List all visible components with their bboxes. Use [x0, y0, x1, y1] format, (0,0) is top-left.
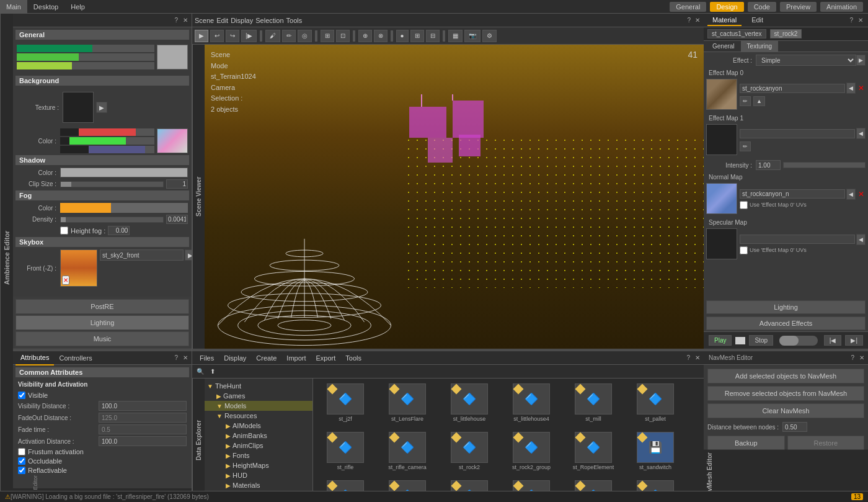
mat-help-btn[interactable]: ?: [848, 17, 854, 24]
menu-desktop[interactable]: Desktop: [27, 0, 64, 14]
tree-models[interactable]: ▼ Models: [205, 401, 312, 411]
scene-help-btn[interactable]: ?: [686, 17, 692, 24]
data-menu-tools[interactable]: Tools: [340, 351, 366, 365]
asset-rifle[interactable]: 🔷 st_rifle: [318, 429, 373, 473]
tool-grid[interactable]: ⊞: [410, 30, 424, 42]
specular-uv-checkbox[interactable]: [740, 246, 748, 254]
tab-preview[interactable]: Preview: [780, 2, 817, 12]
fog-density-value[interactable]: [166, 215, 188, 224]
asset-rock2-group[interactable]: 🔷 st_rock2_group: [504, 429, 559, 473]
menu-help[interactable]: Help: [64, 0, 91, 14]
shadow-clip-slider[interactable]: [60, 179, 188, 189]
normal-map-delete[interactable]: ✕: [857, 190, 866, 199]
tree-materials[interactable]: ▶ Materials: [205, 480, 312, 490]
effect-map0-arrow[interactable]: ◀: [846, 83, 856, 94]
navmesh-help-btn[interactable]: ?: [849, 354, 856, 361]
ambience-close-btn[interactable]: ✕: [182, 17, 189, 24]
mat-tab-material[interactable]: Material: [707, 15, 742, 26]
scene-canvas[interactable]: Scene Mode st_Terrain1024 Camera Selecti…: [205, 45, 704, 349]
music-btn[interactable]: Music: [16, 331, 189, 346]
specular-map-arrow[interactable]: ◀: [856, 234, 866, 245]
tool-cam[interactable]: 📷: [464, 30, 480, 42]
bg-texture-arrow[interactable]: ▶: [96, 102, 107, 113]
tab-design[interactable]: Design: [710, 2, 743, 12]
asset-lensflare[interactable]: 🔷 st_LensFlare: [380, 381, 435, 424]
asset-rifle-camera[interactable]: 🔷 st_rifle_camera: [380, 429, 435, 473]
effect-arrow[interactable]: ▶: [856, 55, 866, 66]
tool-sphere[interactable]: ●: [396, 30, 409, 42]
asset-rock2[interactable]: 🔷 st_rock2: [442, 429, 497, 473]
tree-games[interactable]: ▶ Games: [205, 391, 312, 401]
effect-map0-name[interactable]: [740, 84, 845, 93]
advanced-effects-btn[interactable]: Advanced Effects: [706, 316, 866, 330]
tab-general[interactable]: General: [670, 2, 706, 12]
tab-animation[interactable]: Animation: [820, 2, 863, 12]
tool-render[interactable]: ▦: [448, 30, 463, 42]
tree-heightmaps[interactable]: ▶ HeightMaps: [205, 460, 312, 470]
tool-undo[interactable]: ↩: [210, 30, 224, 42]
menu-main[interactable]: Main: [0, 0, 27, 14]
tool-ungroup[interactable]: ⊗: [374, 30, 388, 42]
attr-close-btn[interactable]: ✕: [182, 354, 189, 361]
effect-select[interactable]: Simple: [756, 55, 856, 66]
tree-animclips[interactable]: ▶ AnimClips: [205, 441, 312, 450]
act-distance-input[interactable]: [99, 436, 187, 446]
navmesh-clear-btn[interactable]: Clear NavMesh: [707, 403, 864, 418]
data-menu-import[interactable]: Import: [281, 351, 311, 365]
tab-controllers[interactable]: Controllers: [54, 351, 97, 365]
tool-snap[interactable]: ⊞: [321, 30, 334, 42]
reflectable-checkbox[interactable]: [18, 467, 25, 474]
postre-btn[interactable]: PostRE: [16, 299, 189, 314]
effect-map0-settings-btn[interactable]: ▲: [753, 96, 765, 106]
tree-animbanks[interactable]: ▶ AnimBanks: [205, 431, 312, 441]
navmesh-close-btn[interactable]: ✕: [858, 354, 866, 361]
attr-help-btn[interactable]: ?: [173, 354, 179, 361]
scene-menu-selection[interactable]: Selection: [255, 17, 283, 24]
tool-object[interactable]: ◎: [298, 30, 312, 42]
data-close-btn[interactable]: ✕: [694, 354, 701, 361]
lighting-btn[interactable]: Lighting: [16, 315, 189, 330]
normal-map-arrow[interactable]: ◀: [846, 189, 856, 200]
asset-j2f[interactable]: 🔷 st_j2f: [318, 381, 373, 424]
asset-littlehouse4[interactable]: 🔷 st_littlehouse4: [504, 381, 559, 424]
mat-sub-texturing[interactable]: Texturing: [741, 41, 779, 52]
tool-group[interactable]: ⊕: [358, 30, 372, 42]
gen-bar-3[interactable]: [17, 62, 154, 69]
shadow-color-bar[interactable]: [60, 168, 188, 177]
fog-height-value[interactable]: [108, 226, 130, 235]
shadow-clip-value[interactable]: [166, 179, 188, 189]
data-help-btn[interactable]: ?: [685, 354, 691, 361]
asset-littlehouse[interactable]: 🔷 st_littlehouse: [442, 381, 497, 424]
gen-bar-2[interactable]: [17, 53, 154, 61]
skybox-delete-btn[interactable]: ✕: [62, 276, 69, 285]
vis-distance-input[interactable]: [99, 401, 187, 411]
vertex-tab-rock2[interactable]: st_rock2: [770, 29, 802, 38]
playback-slider[interactable]: [779, 336, 818, 346]
asset-mill[interactable]: 🔷 st_mill: [566, 381, 621, 424]
prev-frame-btn[interactable]: |◀: [824, 335, 842, 346]
tool-select[interactable]: ▶: [195, 30, 208, 42]
frustum-checkbox[interactable]: [18, 448, 25, 455]
tool-redo[interactable]: ↪: [226, 30, 239, 42]
scene-menu-tools[interactable]: Tools: [286, 17, 303, 24]
tab-code[interactable]: Code: [748, 2, 776, 12]
fade-distance-input[interactable]: [99, 413, 187, 423]
bg-color-g[interactable]: [60, 137, 154, 145]
scene-menu-scene[interactable]: Scene: [195, 17, 214, 24]
fog-color-bar[interactable]: [60, 203, 188, 213]
data-menu-files[interactable]: Files: [195, 351, 219, 365]
gen-bar-1[interactable]: [17, 45, 154, 52]
mat-tab-edit[interactable]: Edit: [746, 15, 768, 26]
play-btn[interactable]: Play: [709, 335, 732, 346]
data-menu-create[interactable]: Create: [251, 351, 281, 365]
tool-settings[interactable]: ⚙: [482, 30, 497, 42]
fog-density-slider[interactable]: [60, 215, 188, 224]
navmesh-remove-btn[interactable]: Remove selected objects from NavMesh: [707, 386, 864, 401]
tree-fonts[interactable]: ▶ Fonts: [205, 450, 312, 460]
effect-map1-icon-btn[interactable]: ✏: [740, 141, 751, 151]
tool-step[interactable]: |▶: [241, 30, 257, 42]
data-folder-up-icon[interactable]: ⬆: [208, 367, 217, 375]
tree-hud[interactable]: ▶ HUD: [205, 470, 312, 480]
data-menu-display[interactable]: Display: [219, 351, 251, 365]
effect-map0-edit-btn[interactable]: ✏: [740, 96, 751, 106]
